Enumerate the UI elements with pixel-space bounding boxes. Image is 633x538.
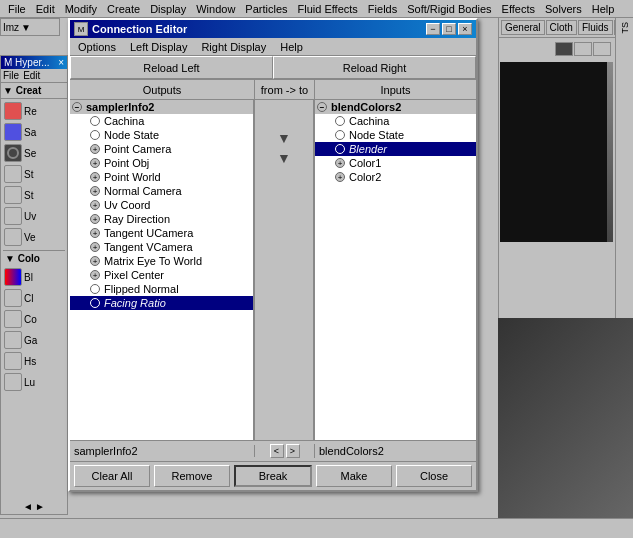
list-item[interactable]: + Point Obj [70, 156, 253, 170]
menu-modify[interactable]: Modify [61, 2, 101, 16]
menu-soft-rigid[interactable]: Soft/Rigid Bodies [403, 2, 495, 16]
hs-menu-edit[interactable]: Edit [23, 70, 40, 81]
item-expand-icon[interactable]: + [90, 200, 100, 210]
maximize-button[interactable]: □ [442, 23, 456, 35]
hypershade-panel: M Hyper... × File Edit ▼ Creat Re Sa Se [0, 55, 68, 515]
item-expand-icon[interactable]: + [90, 144, 100, 154]
item-expand-icon[interactable]: + [90, 186, 100, 196]
reload-left-button[interactable]: Reload Left [70, 56, 273, 79]
hs-item-sa[interactable]: Sa [3, 122, 65, 142]
menu-edit[interactable]: Edit [32, 2, 59, 16]
minimize-button[interactable]: − [426, 23, 440, 35]
hs-item-se[interactable]: Se [3, 143, 65, 163]
hs-menu-file[interactable]: File [3, 70, 19, 81]
break-button[interactable]: Break [234, 465, 312, 487]
hypershade-close-icon[interactable]: × [58, 57, 64, 68]
dialog-close-button[interactable]: Close [396, 465, 472, 487]
item-expand-icon[interactable]: + [90, 256, 100, 266]
list-item[interactable]: + Normal Camera [70, 184, 253, 198]
ce-menu-help[interactable]: Help [276, 40, 307, 54]
item-label: Node State [349, 129, 404, 141]
list-item[interactable]: Flipped Normal [70, 282, 253, 296]
hs-item-bl[interactable]: Bl [3, 267, 65, 287]
ce-menu-left-display[interactable]: Left Display [126, 40, 191, 54]
menu-particles[interactable]: Particles [241, 2, 291, 16]
list-item-blender-selected[interactable]: Blender [315, 142, 476, 156]
tab-general[interactable]: General [501, 20, 545, 35]
remove-button[interactable]: Remove [154, 465, 230, 487]
list-item[interactable]: + Uv Coord [70, 198, 253, 212]
hs-item-lu[interactable]: Lu [3, 372, 65, 392]
item-expand-icon[interactable]: + [335, 172, 345, 182]
hs-item-ve[interactable]: Ve [3, 227, 65, 247]
nav-next-button[interactable]: > [286, 444, 300, 458]
list-item[interactable]: Node State [70, 128, 253, 142]
clear-all-button[interactable]: Clear All [74, 465, 150, 487]
list-item[interactable]: + Color2 [315, 170, 476, 184]
ce-menu-options[interactable]: Options [74, 40, 120, 54]
list-item[interactable]: Node State [315, 128, 476, 142]
bottom-bar [0, 518, 633, 538]
menu-window[interactable]: Window [192, 2, 239, 16]
hs-item-cl[interactable]: Cl [3, 288, 65, 308]
item-expand-icon[interactable]: + [90, 158, 100, 168]
tab-cloth[interactable]: Cloth [546, 20, 577, 35]
make-button[interactable]: Make [316, 465, 392, 487]
item-expand-icon[interactable]: + [90, 270, 100, 280]
list-item[interactable]: + Matrix Eye To World [70, 254, 253, 268]
list-item[interactable]: + Pixel Center [70, 268, 253, 282]
list-item[interactable]: + Point Camera [70, 142, 253, 156]
left-panel[interactable]: − samplerInfo2 Cachina Node State + Poin… [70, 100, 255, 440]
menu-fields[interactable]: Fields [364, 2, 401, 16]
hs-icon-uv [4, 207, 22, 225]
list-item[interactable]: + Point World [70, 170, 253, 184]
right-collapse-icon[interactable]: − [317, 102, 327, 112]
hs-scroll-right[interactable]: ► [35, 501, 45, 512]
hs-item-st2[interactable]: St [3, 185, 65, 205]
hs-item-co[interactable]: Co [3, 309, 65, 329]
menu-file[interactable]: File [4, 2, 30, 16]
ce-statusbar: samplerInfo2 < > blendColors2 [70, 440, 476, 462]
hs-label-uv: Uv [24, 211, 36, 222]
hs-icon-lu [4, 373, 22, 391]
close-button[interactable]: × [458, 23, 472, 35]
right-panel[interactable]: − blendColors2 Cachina Node State Blende… [315, 100, 476, 440]
menu-help[interactable]: Help [588, 2, 619, 16]
item-expand-icon[interactable]: + [90, 242, 100, 252]
tab-fluids[interactable]: Fluids [578, 20, 613, 35]
list-item[interactable]: + Color1 [315, 156, 476, 170]
titlebar-left: M Connection Editor [74, 22, 187, 36]
menu-create[interactable]: Create [103, 2, 144, 16]
right-toolbar-btn2[interactable] [574, 42, 592, 56]
hs-item-re[interactable]: Re [3, 101, 65, 121]
hs-item-hs[interactable]: Hs [3, 351, 65, 371]
menu-solvers[interactable]: Solvers [541, 2, 586, 16]
item-expand-icon[interactable]: + [90, 214, 100, 224]
ce-menu-right-display[interactable]: Right Display [197, 40, 270, 54]
reload-right-button[interactable]: Reload Right [273, 56, 476, 79]
render-viewport [500, 62, 613, 242]
menu-display[interactable]: Display [146, 2, 190, 16]
right-toolbar-btn1[interactable] [555, 42, 573, 56]
menu-fluid-effects[interactable]: Fluid Effects [294, 2, 362, 16]
nav-prev-button[interactable]: < [270, 444, 284, 458]
right-toolbar [553, 40, 613, 58]
hypershade-menubar: File Edit [1, 69, 67, 83]
list-item[interactable]: + Ray Direction [70, 212, 253, 226]
hs-scroll-left[interactable]: ◄ [23, 501, 33, 512]
left-collapse-icon[interactable]: − [72, 102, 82, 112]
item-expand-icon[interactable]: + [90, 228, 100, 238]
list-item[interactable]: + Tangent UCamera [70, 226, 253, 240]
list-item[interactable]: + Tangent VCamera [70, 240, 253, 254]
hs-item-ga[interactable]: Ga [3, 330, 65, 350]
item-expand-icon[interactable]: + [335, 158, 345, 168]
right-toolbar-btn3[interactable] [593, 42, 611, 56]
list-item[interactable]: Cachina [315, 114, 476, 128]
imz-dropdown[interactable]: Imz ▼ [0, 18, 60, 36]
hs-item-st1[interactable]: St [3, 164, 65, 184]
hs-item-uv[interactable]: Uv [3, 206, 65, 226]
list-item[interactable]: Cachina [70, 114, 253, 128]
item-expand-icon[interactable]: + [90, 172, 100, 182]
menu-effects[interactable]: Effects [498, 2, 539, 16]
list-item-selected[interactable]: Facing Ratio [70, 296, 253, 310]
